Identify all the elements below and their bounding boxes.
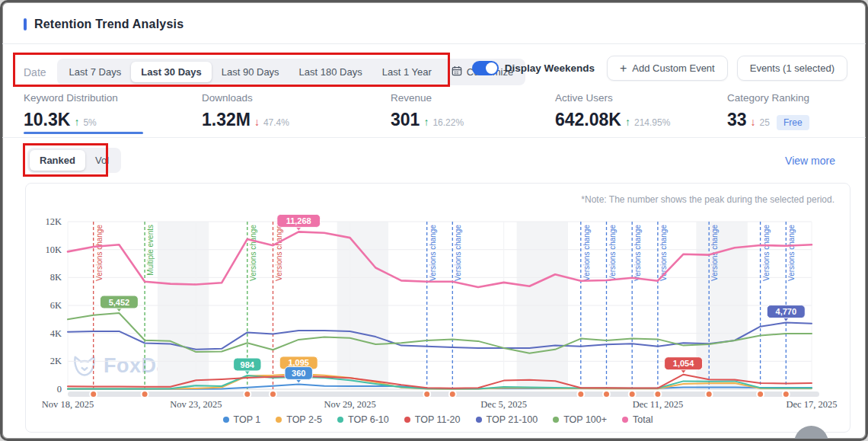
- legend-label: TOP 100+: [563, 414, 607, 425]
- legend-item-top-6-10[interactable]: TOP 6-10: [337, 414, 389, 425]
- date-option-last-90-days[interactable]: Last 90 Days: [212, 62, 289, 82]
- metric-category-ranking[interactable]: Category Ranking33↓25Free: [727, 92, 847, 130]
- trend-up-arrow-icon: ↑: [625, 116, 630, 128]
- metric-value: 642.08K: [555, 110, 621, 130]
- date-option-last-180-days[interactable]: Last 180 Days: [289, 62, 372, 82]
- metric-keyword-distribution[interactable]: Keyword Distribution10.3K↑5%: [24, 92, 202, 130]
- legend-label: TOP 6-10: [348, 414, 389, 425]
- svg-text:Versions change: Versions change: [429, 225, 437, 281]
- legend-item-top-100-[interactable]: TOP 100+: [553, 414, 607, 425]
- legend-item-top-11-20[interactable]: TOP 11-20: [404, 414, 461, 425]
- metric-value: 1.32M: [202, 110, 251, 130]
- date-filter-row: Date Last 7 DaysLast 30 DaysLast 90 Days…: [24, 59, 525, 85]
- metric-change: 16.22%: [432, 117, 464, 128]
- date-filter-label: Date: [24, 66, 46, 78]
- svg-text:12K: 12K: [45, 216, 62, 227]
- chart-note: *Note: The number shows the peak during …: [581, 194, 834, 205]
- svg-text:Versions change: Versions change: [249, 225, 257, 281]
- date-range-segmented-control: Last 7 DaysLast 30 DaysLast 90 DaysLast …: [57, 59, 526, 85]
- svg-text:Versions change: Versions change: [454, 225, 462, 281]
- date-option-last-30-days[interactable]: Last 30 Days: [131, 62, 212, 82]
- date-option-last-1-year[interactable]: Last 1 Year: [372, 62, 442, 82]
- svg-text:Dec 17, 2025: Dec 17, 2025: [787, 399, 838, 410]
- svg-text:Multiple events: Multiple events: [146, 225, 155, 276]
- events-button-label: Events (1 selected): [750, 62, 834, 74]
- date-option-label: Last 30 Days: [141, 66, 202, 78]
- selected-metric-underline: [24, 132, 143, 134]
- legend-item-top-1[interactable]: TOP 1: [223, 414, 261, 425]
- tab-vol[interactable]: Vol: [85, 150, 119, 171]
- metric-value: 301: [391, 110, 420, 130]
- legend-dot: [476, 417, 482, 423]
- metric-value: 10.3K: [24, 110, 70, 130]
- metric-change: 25: [760, 117, 770, 128]
- svg-text:0: 0: [57, 384, 62, 395]
- svg-text:11,268: 11,268: [286, 216, 311, 225]
- svg-text:Versions change: Versions change: [762, 225, 771, 281]
- legend-item-top-2-5[interactable]: TOP 2-5: [276, 414, 322, 425]
- app-window: Retention Trend Analysis Date Last 7 Day…: [0, 0, 868, 441]
- legend-label: TOP 11-20: [415, 414, 461, 425]
- svg-text:Versions change: Versions change: [608, 225, 617, 281]
- date-option-label: Last 90 Days: [222, 66, 279, 78]
- calendar-icon: [452, 66, 462, 78]
- legend-label: TOP 1: [234, 414, 261, 425]
- metric-downloads[interactable]: Downloads1.32M↓47.4%: [202, 92, 391, 130]
- legend-dot: [276, 417, 282, 423]
- metric-change: 214.95%: [634, 117, 670, 128]
- svg-text:8K: 8K: [50, 272, 62, 283]
- legend-label: Total: [633, 414, 653, 425]
- metric-badge: Free: [777, 115, 809, 130]
- metric-label: Category Ranking: [727, 92, 847, 104]
- svg-text:1,054: 1,054: [673, 359, 694, 368]
- toggle-knob: [486, 62, 497, 74]
- legend-dot: [337, 417, 343, 423]
- legend-item-top-21-100[interactable]: TOP 21-100: [476, 414, 538, 425]
- metric-label: Downloads: [202, 92, 391, 104]
- add-custom-event-button[interactable]: + Add Custom Event: [607, 56, 728, 81]
- metric-revenue[interactable]: Revenue301↑16.22%: [391, 92, 555, 130]
- legend-dot: [553, 417, 559, 423]
- svg-text:Dec 5, 2025: Dec 5, 2025: [480, 399, 527, 410]
- trend-up-arrow-icon: ↑: [423, 116, 429, 128]
- metric-change: 47.4%: [263, 117, 289, 128]
- svg-text:6K: 6K: [50, 300, 62, 311]
- date-option-label: Last 7 Days: [69, 66, 122, 78]
- svg-text:10K: 10K: [45, 244, 62, 255]
- page-header: Retention Trend Analysis: [2, 2, 866, 44]
- legend-item-total[interactable]: Total: [622, 414, 653, 425]
- legend-dot: [622, 417, 628, 423]
- trend-down-arrow-icon: ↓: [751, 116, 756, 128]
- metrics-divider: [2, 137, 866, 138]
- trend-chart[interactable]: 02K4K6K8K10K12KVersions changeMultiple e…: [32, 205, 842, 412]
- svg-text:Versions change: Versions change: [787, 225, 796, 281]
- page-title: Retention Trend Analysis: [34, 18, 183, 31]
- metric-label: Keyword Distribution: [24, 92, 202, 104]
- metric-label: Revenue: [391, 92, 555, 104]
- chart-legend: TOP 1TOP 2-5TOP 6-10TOP 11-20TOP 21-100T…: [26, 414, 850, 425]
- svg-text:360: 360: [292, 369, 305, 378]
- add-custom-event-label: Add Custom Event: [632, 62, 714, 74]
- legend-label: TOP 2-5: [286, 414, 322, 425]
- legend-dot: [223, 417, 229, 423]
- date-option-last-7-days[interactable]: Last 7 Days: [59, 62, 132, 82]
- metric-active-users[interactable]: Active Users642.08K↑214.95%: [555, 92, 727, 130]
- display-weekends-label: Display Weekends: [505, 62, 595, 74]
- view-more-link[interactable]: View more: [785, 155, 835, 167]
- display-weekends-toggle[interactable]: [472, 61, 499, 75]
- tab-ranked[interactable]: Ranked: [30, 150, 85, 171]
- trend-down-arrow-icon: ↓: [254, 116, 260, 128]
- svg-text:Nov 18, 2025: Nov 18, 2025: [42, 399, 94, 410]
- svg-text:Versions change: Versions change: [275, 225, 283, 281]
- events-selected-button[interactable]: Events (1 selected): [737, 56, 847, 81]
- svg-text:Versions change: Versions change: [582, 225, 591, 281]
- title-accent-bar: [24, 18, 27, 30]
- date-option-label: Last 180 Days: [299, 66, 362, 78]
- svg-text:2K: 2K: [50, 356, 62, 366]
- svg-text:4,770: 4,770: [776, 307, 797, 316]
- svg-text:Versions change: Versions change: [633, 225, 642, 281]
- metric-value: 33: [727, 110, 747, 130]
- trend-up-arrow-icon: ↑: [74, 116, 79, 128]
- trend-chart-card: *Note: The number shows the peak during …: [25, 183, 850, 433]
- legend-dot: [404, 417, 410, 423]
